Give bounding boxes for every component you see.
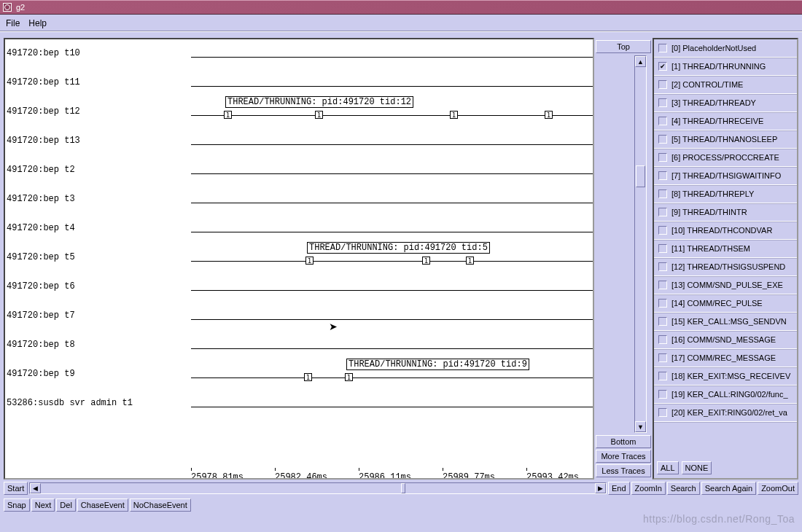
- zoomout-button[interactable]: ZoomOut: [758, 482, 798, 495]
- menu-help[interactable]: Help: [28, 18, 47, 28]
- bottom-button[interactable]: Bottom: [596, 435, 651, 448]
- event-type-row[interactable]: [15] KER_CALL:MSG_SENDVN: [654, 313, 797, 331]
- event-type-row[interactable]: [13] COMM/SND_PULSE_EXE: [654, 276, 797, 294]
- trace-area[interactable]: 53286:susdb svr admin t1491720:bep t911T…: [4, 38, 594, 480]
- none-button[interactable]: NONE: [682, 461, 712, 474]
- checkbox[interactable]: [658, 353, 667, 362]
- event-marker[interactable]: 1: [305, 257, 314, 265]
- checkbox[interactable]: [658, 408, 667, 417]
- event-type-row[interactable]: [3] THREAD/THREADY: [654, 94, 797, 112]
- del-button[interactable]: Del: [56, 498, 76, 512]
- event-type-row[interactable]: [4] THREAD/THRECEIVE: [654, 112, 797, 130]
- end-button[interactable]: End: [608, 482, 630, 495]
- trace-label: 491720:bep t11: [7, 77, 80, 87]
- trace-row[interactable]: 491720:bep t911THREAD/THRUNNING: pid:491…: [5, 360, 593, 389]
- event-type-row[interactable]: [16] COMM/SND_MESSAGE: [654, 331, 797, 349]
- event-type-row[interactable]: [1] THREAD/THRUNNING: [654, 58, 797, 76]
- trace-row[interactable]: 491720:bep t121THREAD/THRUNNING: pid:491…: [5, 98, 593, 127]
- trace-row[interactable]: 491720:bep t51THREAD/THRUNNING: pid:4917…: [5, 243, 593, 273]
- trace-line: [191, 348, 593, 349]
- event-marker[interactable]: 1: [345, 373, 353, 381]
- event-type-row[interactable]: [0] PlaceholderNotUsed: [654, 39, 797, 58]
- scroll-up-icon[interactable]: ▲: [635, 56, 646, 67]
- checkbox[interactable]: [658, 372, 667, 380]
- trace-row[interactable]: 491720:bep t10: [5, 39, 593, 69]
- checkbox[interactable]: [658, 171, 667, 180]
- event-type-row[interactable]: [8] THREAD/THREPLY: [654, 185, 797, 203]
- trace-row[interactable]: 491720:bep t7: [5, 302, 593, 331]
- trace-row[interactable]: 491720:bep t13: [5, 127, 593, 156]
- trace-row[interactable]: 53286:susdb svr admin t1: [5, 389, 593, 418]
- vertical-scrollbar[interactable]: ▲ ▼: [634, 55, 647, 433]
- event-type-row[interactable]: [6] PROCESS/PROCCREATE: [654, 149, 797, 167]
- checkbox[interactable]: [658, 98, 667, 107]
- checkbox[interactable]: [658, 117, 667, 125]
- checkbox[interactable]: [658, 44, 667, 52]
- next-button[interactable]: Next: [31, 498, 55, 512]
- event-marker[interactable]: 1: [315, 111, 323, 119]
- checkbox[interactable]: [658, 335, 667, 344]
- hscroll-thumb[interactable]: [401, 483, 405, 493]
- event-marker[interactable]: 1: [304, 373, 312, 381]
- titlebar[interactable]: g2: [0, 0, 802, 15]
- event-marker[interactable]: 1: [466, 257, 474, 265]
- menu-file[interactable]: File: [6, 18, 20, 28]
- checkbox[interactable]: [658, 80, 667, 89]
- chase-event-button[interactable]: ChaseEvent: [77, 498, 128, 512]
- horizontal-scrollbar[interactable]: ◀ ▶: [29, 482, 607, 494]
- scroll-right-icon[interactable]: ▶: [595, 483, 606, 493]
- checkbox[interactable]: [658, 317, 667, 326]
- event-type-label: [3] THREAD/THREADY: [671, 98, 756, 107]
- checkbox[interactable]: [658, 135, 667, 144]
- event-type-row[interactable]: [7] THREAD/THSIGWAITINFO: [654, 167, 797, 185]
- all-button[interactable]: ALL: [657, 461, 679, 474]
- checkbox[interactable]: [658, 226, 667, 235]
- trace-row[interactable]: 491720:bep t2: [5, 156, 593, 185]
- top-button[interactable]: Top: [596, 40, 651, 53]
- snap-button[interactable]: Snap: [4, 498, 30, 512]
- event-marker[interactable]: 1: [422, 257, 430, 265]
- window-menu-icon[interactable]: [3, 3, 12, 12]
- event-type-row[interactable]: [12] THREAD/THSIGSUSPEND: [654, 258, 797, 276]
- event-type-row[interactable]: [20] KER_EXIT:RING0/02/ret_va: [654, 404, 797, 422]
- checkbox[interactable]: [658, 281, 667, 289]
- checkbox[interactable]: [658, 262, 667, 271]
- event-type-row[interactable]: [18] KER_EXIT:MSG_RECEIVEV: [654, 367, 797, 386]
- event-type-row[interactable]: [14] COMM/REC_PULSE: [654, 294, 797, 313]
- zoomin-button[interactable]: ZoomIn: [631, 482, 666, 495]
- no-chase-event-button[interactable]: NoChaseEvent: [130, 498, 191, 512]
- checkbox[interactable]: [658, 244, 667, 253]
- less-traces-button[interactable]: Less Traces: [596, 464, 651, 477]
- trace-row[interactable]: 491720:bep t6: [5, 273, 593, 302]
- search-again-button[interactable]: Search Again: [701, 482, 756, 495]
- checkbox[interactable]: [658, 208, 667, 216]
- event-marker[interactable]: 1: [450, 111, 458, 119]
- trace-row[interactable]: 491720:bep t8: [5, 331, 593, 360]
- trace-row[interactable]: 491720:bep t4: [5, 214, 593, 243]
- checkbox[interactable]: [658, 153, 667, 162]
- event-type-row[interactable]: [19] KER_CALL:RING0/02/func_: [654, 386, 797, 404]
- event-type-row[interactable]: [17] COMM/REC_MESSAGE: [654, 349, 797, 367]
- checkbox[interactable]: [658, 390, 667, 399]
- event-marker[interactable]: 1: [224, 111, 232, 119]
- trace-row[interactable]: 491720:bep t3: [5, 185, 593, 214]
- scroll-thumb[interactable]: [636, 165, 645, 187]
- event-type-label: [6] PROCESS/PROCCREATE: [671, 153, 779, 162]
- trace-scroll-col: Top ▲ ▼ Bottom More Traces Less Traces: [594, 38, 653, 480]
- event-type-row[interactable]: [2] CONTROL/TIME: [654, 76, 797, 94]
- event-type-row[interactable]: [5] THREAD/THNANOSLEEP: [654, 130, 797, 149]
- checkbox[interactable]: [658, 62, 667, 71]
- event-marker[interactable]: 1: [545, 111, 553, 119]
- start-button[interactable]: Start: [4, 482, 28, 495]
- search-button[interactable]: Search: [667, 482, 700, 495]
- scroll-down-icon[interactable]: ▼: [635, 421, 646, 432]
- event-type-row[interactable]: [11] THREAD/THSEM: [654, 240, 797, 258]
- more-traces-button[interactable]: More Traces: [596, 450, 651, 463]
- event-type-row[interactable]: [9] THREAD/THINTR: [654, 203, 797, 222]
- event-type-label: [7] THREAD/THSIGWAITINFO: [671, 171, 781, 180]
- checkbox[interactable]: [658, 189, 667, 198]
- event-type-row[interactable]: [10] THREAD/THCONDVAR: [654, 222, 797, 240]
- trace-row[interactable]: 491720:bep t11: [5, 69, 593, 98]
- checkbox[interactable]: [658, 299, 667, 308]
- scroll-left-icon[interactable]: ◀: [30, 483, 41, 493]
